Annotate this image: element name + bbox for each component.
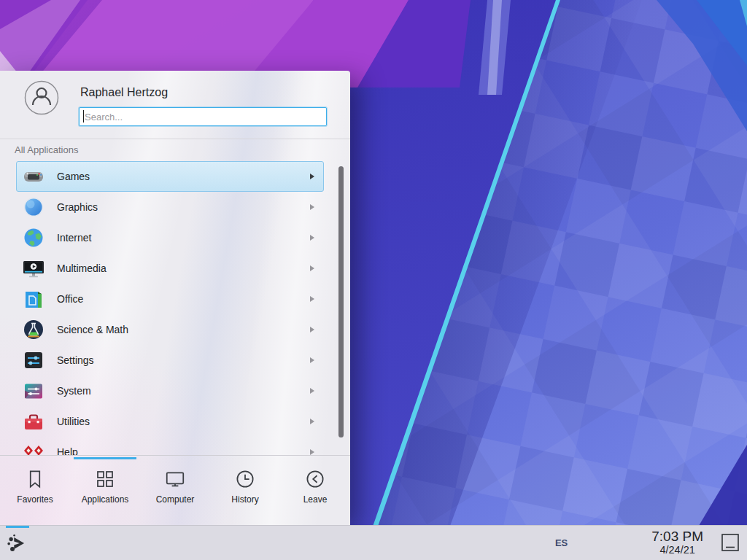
pinned-app-list [39,531,174,556]
category-icon [22,226,45,249]
section-label: All Applications [15,144,78,155]
tray-icon-list [577,535,640,550]
category-icon [22,349,45,372]
tray-icon[interactable] [601,535,616,550]
digital-clock[interactable]: 7:03 PM 4/24/21 [651,529,703,556]
clock-time: 7:03 PM [651,529,703,545]
category-label: Help [57,446,78,455]
menu-tab[interactable]: Favorites [0,456,70,525]
category-icon [22,440,45,455]
search-input[interactable] [79,107,327,126]
user-avatar-icon[interactable] [24,80,59,115]
active-task-indicator [6,526,29,528]
category-row[interactable]: Office [16,284,324,314]
category-icon [22,379,45,402]
menu-tab-label: Leave [303,494,328,505]
menu-tab-label: History [231,494,258,505]
category-row[interactable]: Utilities [16,406,324,437]
menu-tab[interactable]: Applications [70,456,140,525]
category-row[interactable]: Games [16,161,324,192]
category-row[interactable]: Settings [16,345,324,376]
category-label: System [57,385,91,397]
menu-tab[interactable]: History [210,456,280,525]
menu-tab-label: Computer [156,494,195,505]
submenu-arrow-icon [310,449,314,455]
category-row[interactable]: Graphics [16,192,324,222]
submenu-arrow-icon [310,204,314,210]
category-row[interactable]: Help [16,437,324,455]
category-label: Office [57,293,83,305]
menu-tab-label: Applications [82,494,129,505]
category-row[interactable]: Internet [16,222,324,253]
category-row[interactable]: Multimedia [16,253,324,284]
submenu-arrow-icon [310,235,314,241]
tray-icon[interactable] [625,535,640,550]
show-desktop-button[interactable] [719,532,741,553]
submenu-arrow-icon [310,296,314,302]
pinned-app-button[interactable] [73,531,98,556]
category-label: Science & Math [57,324,128,335]
category-list: Games Graphics Internet Multimedia Offic… [0,161,336,455]
submenu-arrow-icon [310,388,314,394]
pinned-app-button[interactable] [140,531,165,556]
pinned-app-button[interactable] [107,531,131,556]
header-separator [0,139,350,139]
pinned-app-button[interactable] [39,531,64,556]
category-icon [22,318,45,341]
system-tray: ES 7:03 PM 4/24/21 [555,529,741,556]
menu-tab-icon [164,468,186,490]
category-label: Settings [57,354,94,366]
list-scrollbar[interactable] [338,166,344,438]
submenu-arrow-icon [310,265,314,271]
category-label: Graphics [57,201,98,213]
user-name: Raphael Hertzog [80,86,168,99]
submenu-arrow-icon [310,327,314,332]
menu-tab-icon [94,468,116,490]
tray-icon[interactable] [577,535,592,550]
category-row[interactable]: System [16,376,324,406]
category-label: Internet [57,232,91,244]
category-icon [22,195,45,219]
category-icon [22,165,45,188]
category-label: Utilities [57,416,90,427]
menu-tab-icon [234,468,256,490]
menu-tab-icon [24,468,46,490]
clock-date: 4/24/21 [651,545,703,556]
taskbar-panel: ES 7:03 PM 4/24/21 [0,525,747,560]
category-label: Games [57,171,90,182]
category-row[interactable]: Science & Math [16,314,324,345]
menu-tab[interactable]: Computer [140,456,210,525]
menu-tab-label: Favorites [17,494,53,505]
submenu-arrow-icon [310,419,314,424]
submenu-arrow-icon [310,174,314,179]
app-launcher-button[interactable] [4,531,29,556]
menu-tab[interactable]: Leave [280,456,350,525]
category-icon [22,287,45,311]
keyboard-layout-indicator[interactable]: ES [555,537,568,548]
application-launcher-menu: Raphael Hertzog All Applications Games G… [0,71,350,525]
menu-tab-bar: Favorites Applications Computer History … [0,455,350,525]
text-caret [83,110,84,122]
category-icon [22,410,45,433]
submenu-arrow-icon [310,357,314,363]
category-icon [22,257,45,280]
category-label: Multimedia [57,262,107,274]
menu-tab-icon [304,468,326,490]
